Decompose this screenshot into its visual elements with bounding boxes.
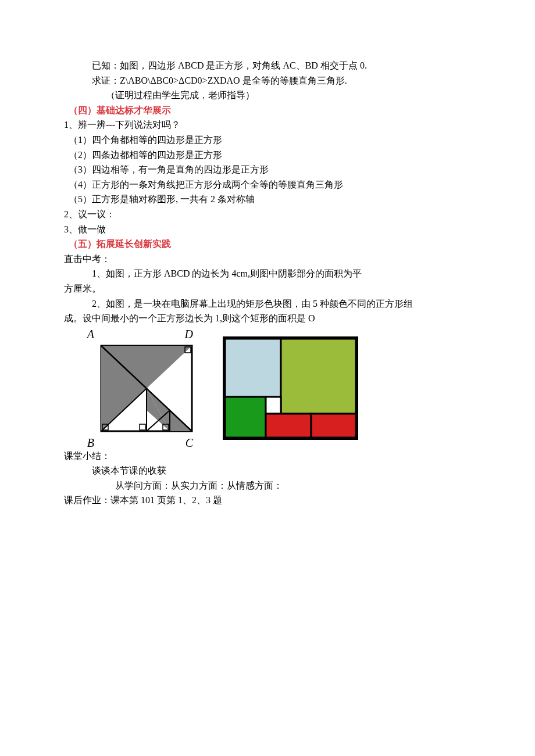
svg-rect-16 bbox=[281, 339, 356, 414]
problem1-line2: 方厘米。 bbox=[64, 281, 471, 296]
svg-rect-14 bbox=[225, 339, 281, 397]
q1-item-5: （5）正方形是轴对称图形, 一共有 2 条对称轴 bbox=[64, 192, 471, 207]
section5-title: （五）拓展延长创新实践 bbox=[64, 237, 471, 252]
problem2-line1: 2、如图，是一块在电脑屏幕上出现的矩形色块图，由 5 种颜色不同的正方形组 bbox=[64, 296, 471, 311]
prove-line: 求证：Z\ABO\ΔBC0>ΔCD0>ZXDAO 是全等的等腰直角三角形. bbox=[64, 73, 471, 88]
section4-title: （四）基础达标才华展示 bbox=[64, 103, 471, 118]
exam-lead: 直击中考： bbox=[64, 252, 471, 267]
q1-item-3: （3）四边相等，有一角是直角的四边形是正方形 bbox=[64, 162, 471, 177]
problem1-line1: 1、如图，正方形 ABCD 的边长为 4cm,则图中阴影部分的面积为平 bbox=[64, 266, 471, 281]
q1-lead: 1、辨一辨---下列说法对吗？ bbox=[64, 117, 471, 132]
figure-2-color-blocks bbox=[222, 336, 359, 440]
summary-line: 谈谈本节课的收获 bbox=[64, 463, 471, 478]
homework-line: 课后作业：课本第 101 页第 1、2、3 题 bbox=[64, 493, 471, 508]
figure1-svg bbox=[94, 343, 199, 433]
figure-1-square-diagonal: A D B C bbox=[81, 329, 199, 447]
q2-line: 2、议一议： bbox=[64, 207, 471, 222]
problem2-line2: 成。设中间最小的一个正方形边长为 1,则这个矩形的面积是 O bbox=[64, 311, 471, 326]
svg-rect-23 bbox=[311, 414, 356, 438]
proof-note: （证明过程由学生完成，老师指导） bbox=[64, 88, 471, 103]
svg-rect-10 bbox=[140, 424, 145, 430]
figures-row: A D B C bbox=[81, 329, 471, 447]
svg-rect-18 bbox=[225, 397, 266, 438]
q1-item-1: （1）四个角都相等的四边形是正方形 bbox=[64, 132, 471, 148]
q1-item-4: （4）正方形的一条对角线把正方形分成两个全等的等腰直角三角形 bbox=[64, 177, 471, 192]
svg-rect-22 bbox=[266, 414, 311, 438]
summary-title: 课堂小结： bbox=[64, 449, 471, 464]
document-page: 已知：如图，四边形 ABCD 是正方形，对角线 AC、BD 相交于点 0. 求证… bbox=[0, 0, 535, 508]
svg-rect-20 bbox=[266, 397, 281, 414]
figure1-label-D: D bbox=[185, 325, 199, 343]
known-line: 已知：如图，四边形 ABCD 是正方形，对角线 AC、BD 相交于点 0. bbox=[64, 58, 471, 73]
figure1-label-A: A bbox=[87, 325, 94, 343]
summary-aspects: 从学问方面：从实力方面：从情感方面： bbox=[64, 478, 471, 493]
figure1-label-C: C bbox=[186, 433, 199, 452]
q1-item-2: （2）四条边都相等的四边形是正方形 bbox=[64, 148, 471, 163]
q3-line: 3、做一做 bbox=[64, 222, 471, 237]
